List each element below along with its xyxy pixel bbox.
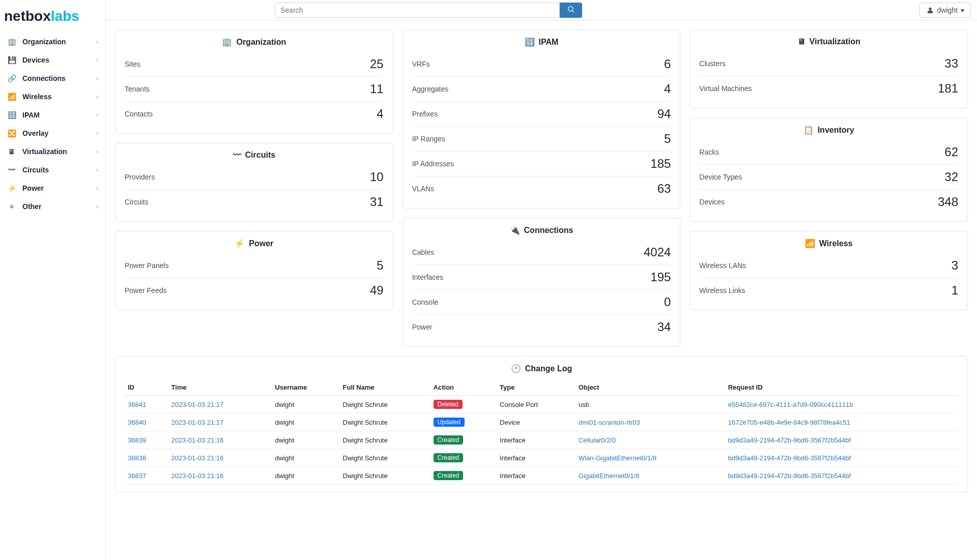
stat-row[interactable]: Power Feeds49 [125, 278, 384, 303]
stat-row[interactable]: Power34 [412, 315, 671, 339]
table-header: Username [272, 379, 339, 396]
card-organization: 🏢Organization Sites25Tenants11Contacts4 [115, 30, 393, 134]
card-title: IPAM [539, 38, 559, 47]
table-row: 36838 2023-01-03 21:16 dwight Dwight Sch… [125, 449, 958, 467]
stat-row[interactable]: Devices348 [699, 190, 958, 214]
stat-row[interactable]: Aggregates4 [412, 77, 671, 102]
nav-icon: ⚡ [7, 184, 16, 192]
sidebar-item-other[interactable]: ≡Other› [0, 197, 105, 216]
stat-value: 0 [664, 295, 671, 309]
object-link[interactable]: Cellular0/2/0 [579, 436, 616, 444]
stat-row[interactable]: VRFs6 [412, 52, 671, 77]
type-cell: Interface [497, 449, 576, 467]
chevron-down-icon: ▾ [961, 6, 964, 14]
user-menu[interactable]: dwight ▾ [919, 3, 971, 18]
stat-value: 25 [370, 57, 384, 71]
stat-row[interactable]: Power Panels5 [125, 253, 384, 278]
nav-icon: 〰 [7, 166, 16, 174]
sidebar-item-organization[interactable]: 🏢Organization› [0, 33, 105, 51]
table-header: Type [497, 379, 576, 396]
time-link[interactable]: 2023-01-03 21:16 [171, 454, 224, 462]
table-header: Object [576, 379, 725, 396]
sidebar-item-power[interactable]: ⚡Power› [0, 179, 105, 197]
object-link[interactable]: dmi01-scranton-rtr03 [579, 419, 640, 426]
svg-line-1 [572, 11, 574, 12]
stat-label: Tenants [125, 85, 150, 93]
time-link[interactable]: 2023-01-03 21:16 [171, 472, 224, 480]
search-input[interactable] [275, 3, 560, 18]
sidebar-item-virtualization[interactable]: 🖥Virtualization› [0, 142, 105, 161]
fullname-cell: Dwight Schrute [340, 467, 430, 485]
stat-row[interactable]: Racks62 [699, 140, 958, 165]
request-id-link[interactable]: 1672e705-e48b-4e9e-84c9-98f78fea4c51 [728, 419, 850, 426]
nav-label: Power [22, 184, 44, 192]
card-title: Organization [236, 38, 286, 47]
id-link[interactable]: 36840 [128, 419, 146, 426]
nav-icon: 🖥 [7, 148, 16, 156]
sidebar-item-circuits[interactable]: 〰Circuits› [0, 161, 105, 179]
stat-label: Aggregates [412, 85, 449, 93]
stat-row[interactable]: Circuits31 [125, 190, 384, 214]
stat-row[interactable]: Wireless Links1 [699, 278, 958, 303]
stat-row[interactable]: Contacts4 [125, 102, 384, 126]
stat-row[interactable]: Wireless LANs3 [699, 253, 958, 278]
nav-icon: 🔀 [7, 129, 16, 137]
stat-row[interactable]: Clusters33 [699, 51, 958, 76]
stat-row[interactable]: VLANs63 [412, 176, 671, 201]
stat-row[interactable]: Tenants11 [125, 77, 384, 102]
sidebar: netboxlabs 🏢Organization›💾Devices›🔗Conne… [0, 0, 106, 560]
stat-row[interactable]: Interfaces195 [412, 265, 671, 290]
stat-label: IP Ranges [412, 135, 445, 143]
chevron-right-icon: › [96, 38, 98, 45]
stat-value: 31 [370, 195, 384, 209]
stat-label: IP Addresses [412, 160, 454, 168]
time-link[interactable]: 2023-01-03 21:17 [171, 419, 224, 426]
nav-icon: 🏢 [7, 38, 16, 46]
stat-label: Providers [125, 173, 155, 181]
stat-value: 181 [938, 81, 958, 96]
username-cell: dwight [272, 414, 339, 431]
card-virtualization: 🖥Virtualization Clusters33Virtual Machin… [689, 30, 968, 108]
time-link[interactable]: 2023-01-03 21:17 [171, 401, 224, 408]
stat-row[interactable]: Sites25 [125, 52, 384, 77]
request-id-link[interactable]: e55482ce-697c-4111-a7d9-090cc411111b [728, 401, 853, 408]
stat-row[interactable]: Console0 [412, 290, 671, 315]
request-id-link[interactable]: bd9d3a49-2194-472b-9bd6-3567f2b544bf [728, 454, 851, 462]
sidebar-item-overlay[interactable]: 🔀Overlay› [0, 124, 105, 142]
stat-row[interactable]: Virtual Machines181 [699, 76, 958, 101]
type-cell: Interface [497, 467, 576, 485]
list-icon: 📋 [803, 125, 814, 135]
sidebar-item-ipam[interactable]: 🔢IPAM› [0, 106, 105, 124]
object-link[interactable]: GigabitEthernet0/1/8 [579, 472, 639, 480]
brand-part2: labs [51, 8, 79, 24]
stat-row[interactable]: Cables4024 [412, 240, 671, 265]
object-link[interactable]: Wlan-GigabitEthernet0/1/8 [579, 454, 656, 462]
brand-logo[interactable]: netboxlabs [0, 4, 105, 33]
id-link[interactable]: 36838 [128, 454, 146, 462]
stat-row[interactable]: IP Ranges5 [412, 127, 671, 152]
stat-row[interactable]: Providers10 [125, 165, 384, 190]
chevron-right-icon: › [96, 111, 98, 119]
stat-row[interactable]: IP Addresses185 [412, 152, 671, 176]
request-id-link[interactable]: bd9d3a49-2194-472b-9bd6-3567f2b544bf [728, 472, 851, 480]
stat-label: Cables [412, 248, 435, 256]
id-link[interactable]: 36839 [128, 436, 146, 444]
time-link[interactable]: 2023-01-03 21:16 [171, 436, 224, 444]
nav-label: Organization [22, 38, 66, 46]
stat-value: 33 [944, 56, 958, 71]
sidebar-item-devices[interactable]: 💾Devices› [0, 51, 105, 69]
id-link[interactable]: 36841 [128, 401, 146, 408]
user-icon [926, 6, 934, 14]
search-button[interactable] [560, 3, 582, 18]
sidebar-item-wireless[interactable]: 📶Wireless› [0, 87, 105, 106]
chevron-right-icon: › [96, 203, 98, 210]
card-title: Power [249, 239, 273, 248]
request-id-link[interactable]: bd9d3a49-2194-472b-9bd6-3567f2b544bf [728, 436, 851, 444]
id-link[interactable]: 36837 [128, 472, 146, 480]
chevron-right-icon: › [96, 93, 98, 100]
stat-row[interactable]: Device Types32 [699, 165, 958, 190]
sidebar-item-connections[interactable]: 🔗Connections› [0, 69, 105, 87]
stat-label: Wireless LANs [699, 261, 746, 270]
stat-row[interactable]: Prefixes94 [412, 102, 671, 127]
table-header: Time [168, 379, 272, 396]
